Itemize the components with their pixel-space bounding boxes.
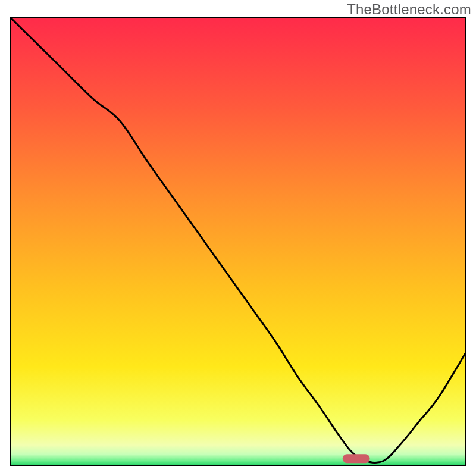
chart-container: { "watermark": "TheBottleneck.com", "cha… bbox=[0, 0, 476, 476]
watermark-text: TheBottleneck.com bbox=[347, 1, 471, 18]
bottleneck-chart bbox=[0, 0, 476, 476]
optimal-marker bbox=[343, 454, 370, 463]
